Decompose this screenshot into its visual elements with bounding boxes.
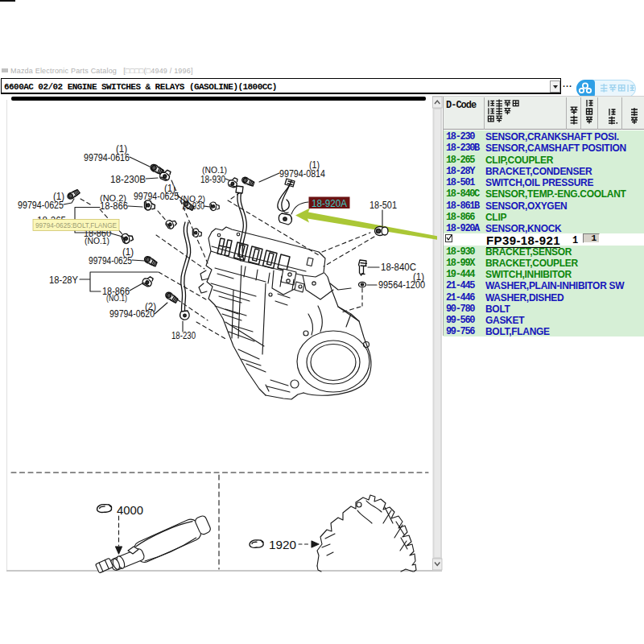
svg-text:99794-0625:BOLT,FLANGE: 99794-0625:BOLT,FLANGE <box>35 221 117 229</box>
svg-text:18-28Y: 18-28Y <box>49 275 79 286</box>
svg-text:99794-0625: 99794-0625 <box>18 200 64 211</box>
svg-text:18-930: 18-930 <box>200 174 225 185</box>
svg-text:99794-0625: 99794-0625 <box>134 191 179 202</box>
svg-text:99794-0625: 99794-0625 <box>89 255 132 266</box>
svg-text:(NO.1): (NO.1) <box>106 293 127 303</box>
svg-text:18-866: 18-866 <box>100 200 128 212</box>
svg-text:1920: 1920 <box>269 538 296 551</box>
svg-text:99794-0616: 99794-0616 <box>84 152 130 163</box>
svg-text:18-501: 18-501 <box>369 200 397 211</box>
svg-text:99794-0814: 99794-0814 <box>279 168 325 180</box>
svg-text:18-230: 18-230 <box>171 330 196 341</box>
svg-text:99794-0620: 99794-0620 <box>109 308 155 320</box>
svg-text:18-840C: 18-840C <box>381 262 416 273</box>
svg-text:4000: 4000 <box>117 503 143 517</box>
svg-text:18-920A: 18-920A <box>312 198 348 209</box>
svg-text:(NO.1): (NO.1) <box>85 236 109 246</box>
svg-text:18-230B: 18-230B <box>110 174 146 185</box>
svg-text:99564-1200: 99564-1200 <box>378 279 425 291</box>
